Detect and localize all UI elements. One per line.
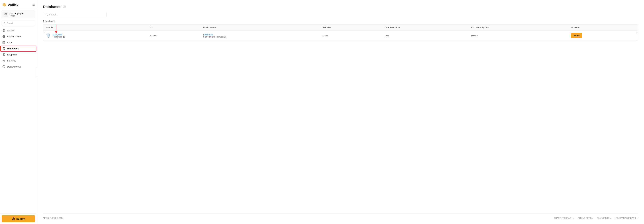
footer-links: SHARE FEEDBACK ⌄ GITHUB REPO ↗ CHANGELOG… <box>554 217 638 219</box>
chevron-down-icon: ⌄ <box>573 217 575 219</box>
db-count: 1 Databases <box>43 20 638 22</box>
col-handle: Handle <box>43 24 147 30</box>
main-content: Databases ⓘ 1 Databases ‹ Handle ID Envi… <box>37 0 644 224</box>
services-icon <box>2 59 5 62</box>
svg-rect-14 <box>3 41 5 44</box>
cell-monthly-cost: $60.48 <box>468 30 568 41</box>
sidebar-item-apps[interactable]: Apps <box>0 39 37 45</box>
sidebar-item-deployments[interactable]: Deployments <box>0 64 37 70</box>
svg-point-21 <box>4 54 4 55</box>
changelog-label: CHANGELOG <box>596 217 610 219</box>
env-name-link[interactable]: postgress <box>203 33 316 35</box>
sidebar-item-endpoints[interactable]: Endpoints <box>0 52 37 58</box>
svg-point-20 <box>3 54 5 56</box>
sidebar: Aptible ☰ self employed Zanga <box>0 0 37 224</box>
info-icon[interactable]: ⓘ <box>63 5 66 9</box>
legacy-dashboard-label: LEGACY DASHBOARD <box>614 217 636 219</box>
org-info: self employed Zanga <box>10 12 24 17</box>
globe-icon <box>2 35 5 38</box>
hamburger-icon[interactable]: ☰ <box>32 3 35 6</box>
svg-point-19 <box>3 48 5 48</box>
footer: APTIBLE, INC. © 2024 SHARE FEEDBACK ⌄ GI… <box>43 214 638 219</box>
cell-handle: postgress Postgresql 16 <box>43 30 147 41</box>
footer-copyright: APTIBLE, INC. © 2024 <box>43 217 64 219</box>
box-icon <box>2 41 5 44</box>
col-monthly-cost: Est. Monthly Cost <box>468 24 568 30</box>
database-icon <box>2 47 5 50</box>
org-selector[interactable]: self employed Zanga <box>2 10 35 18</box>
deploy-button-label: Deploy <box>16 218 25 220</box>
col-actions: Actions <box>568 24 638 30</box>
svg-line-9 <box>5 24 6 24</box>
sidebar-item-endpoints-label: Endpoints <box>7 53 18 56</box>
main-search-icon <box>46 13 48 16</box>
sidebar-search-container <box>2 21 35 26</box>
col-disk-size: Disk Size <box>319 24 382 30</box>
databases-table-wrapper: ‹ Handle ID Environment Disk Size Contai… <box>43 24 638 41</box>
databases-table: Handle ID Environment Disk Size Containe… <box>43 24 638 40</box>
db-handle-cell: postgress Postgresql 16 <box>46 33 144 38</box>
footer-share-feedback[interactable]: SHARE FEEDBACK ⌄ <box>554 217 574 219</box>
col-environment: Environment <box>200 24 319 30</box>
sidebar-item-environments-label: Environments <box>7 35 22 38</box>
sidebar-item-services-label: Services <box>7 59 16 62</box>
sidebar-item-stacks-label: Stacks <box>7 29 14 32</box>
table-scroll-area: Handle ID Environment Disk Size Containe… <box>43 24 638 40</box>
svg-marker-10 <box>3 29 5 30</box>
logo-text: Aptible <box>8 3 18 6</box>
db-handle-link[interactable]: postgress <box>53 33 65 35</box>
sidebar-nav: Stacks Environments <box>0 27 37 70</box>
svg-line-27 <box>47 15 48 15</box>
logo-area: Aptible <box>2 2 18 7</box>
db-handle-sub: Postgresql 16 <box>53 36 65 38</box>
endpoint-icon <box>2 53 5 56</box>
page-title: Databases <box>43 5 62 9</box>
sidebar-item-deployments-label: Deployments <box>7 65 21 68</box>
sidebar-header: Aptible ☰ <box>0 0 37 9</box>
cell-container-size: 1 GB <box>382 30 468 41</box>
cell-disk-size: 10 GB <box>319 30 382 41</box>
cell-environment: postgress Shared Stack (us-west-1) <box>200 30 319 41</box>
svg-rect-7 <box>6 14 6 15</box>
svg-point-22 <box>3 60 4 61</box>
db-handle-text: postgress Postgresql 16 <box>53 33 65 38</box>
sidebar-item-stacks[interactable]: Stacks <box>0 27 37 33</box>
deploy-button[interactable]: Deploy <box>2 215 35 222</box>
org-icon <box>4 12 8 17</box>
sidebar-search-icon <box>4 22 6 24</box>
table-row: postgress Postgresql 16 <box>43 30 638 41</box>
main-search-container <box>43 12 107 17</box>
sidebar-item-environments[interactable]: Environments <box>0 33 37 39</box>
aptible-logo-icon <box>2 2 7 7</box>
svg-point-30 <box>48 35 48 35</box>
footer-github-repo[interactable]: GITHUB REPO ↗ <box>578 217 594 219</box>
table-header-row: Handle ID Environment Disk Size Containe… <box>43 24 638 30</box>
scale-button[interactable]: Scale <box>571 33 582 38</box>
postgresql-icon <box>46 33 51 38</box>
sidebar-item-databases[interactable]: Databases <box>0 45 37 52</box>
org-name: self employed <box>10 12 24 15</box>
external-link-icon-changelog: ↗ <box>610 217 612 219</box>
external-link-icon-legacy: ↗ <box>636 217 638 219</box>
page-header: Databases ⓘ <box>43 5 638 9</box>
sidebar-bottom: Deploy <box>0 214 37 224</box>
svg-rect-5 <box>5 13 7 15</box>
sidebar-item-apps-label: Apps <box>7 41 12 44</box>
env-sub: Shared Stack (us-west-1) <box>203 36 226 38</box>
layers-icon <box>2 29 5 32</box>
footer-legacy-dashboard[interactable]: LEGACY DASHBOARD ↗ <box>614 217 638 219</box>
main-search-input[interactable] <box>49 13 104 16</box>
svg-point-31 <box>49 35 49 35</box>
plus-circle-icon <box>12 217 15 220</box>
cell-id: 122837 <box>147 30 200 41</box>
cell-actions: Scale <box>568 30 638 41</box>
col-container-size: Container Size <box>382 24 468 30</box>
footer-changelog[interactable]: CHANGELOG ↗ <box>596 217 612 219</box>
sidebar-search-input[interactable] <box>7 22 33 24</box>
github-repo-label: GITHUB REPO <box>578 217 592 219</box>
sidebar-item-services[interactable]: Services <box>0 58 37 64</box>
share-feedback-label: SHARE FEEDBACK <box>554 217 572 219</box>
col-id: ID <box>147 24 200 30</box>
svg-rect-6 <box>5 14 6 15</box>
scrollbar-indicator <box>36 67 36 77</box>
